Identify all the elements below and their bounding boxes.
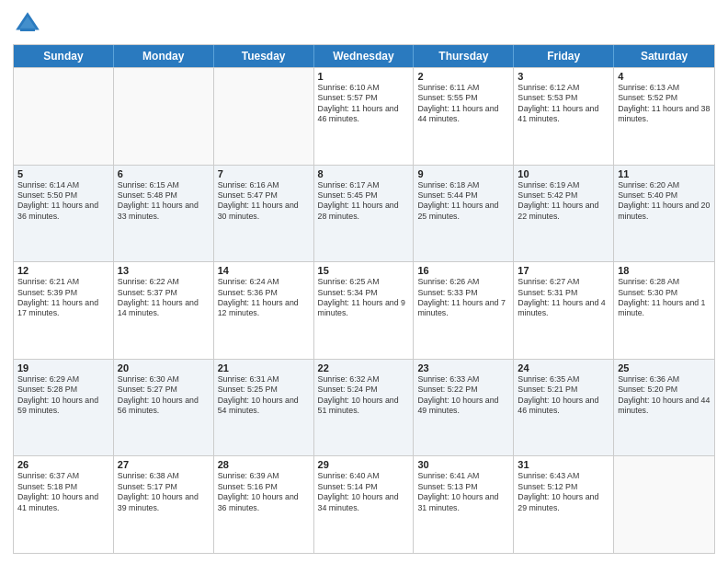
day-info: Sunrise: 6:15 AM Sunset: 5:48 PM Dayligh… (118, 180, 210, 223)
calendar-cell-15: 15Sunrise: 6:25 AM Sunset: 5:34 PM Dayli… (314, 262, 415, 359)
calendar-cell-empty-4-6 (614, 456, 714, 553)
calendar-cell-19: 19Sunrise: 6:29 AM Sunset: 5:28 PM Dayli… (14, 360, 114, 456)
day-number: 31 (518, 459, 609, 470)
day-info: Sunrise: 6:36 AM Sunset: 5:20 PM Dayligh… (618, 374, 711, 417)
calendar-cell-empty-0-2 (214, 68, 314, 165)
calendar-cell-25: 25Sunrise: 6:36 AM Sunset: 5:20 PM Dayli… (614, 360, 714, 456)
day-number: 30 (417, 459, 509, 470)
day-info: Sunrise: 6:27 AM Sunset: 5:31 PM Dayligh… (518, 277, 609, 319)
day-number: 9 (417, 168, 509, 179)
day-number: 13 (118, 265, 210, 276)
day-number: 29 (318, 459, 410, 470)
day-info: Sunrise: 6:24 AM Sunset: 5:36 PM Dayligh… (218, 277, 310, 319)
day-info: Sunrise: 6:30 AM Sunset: 5:27 PM Dayligh… (118, 374, 210, 417)
calendar-cell-29: 29Sunrise: 6:40 AM Sunset: 5:14 PM Dayli… (314, 456, 415, 553)
header (13, 9, 715, 39)
day-number: 26 (17, 459, 109, 470)
day-number: 1 (318, 71, 410, 82)
day-number: 23 (417, 362, 509, 373)
day-info: Sunrise: 6:29 AM Sunset: 5:28 PM Dayligh… (17, 374, 109, 417)
svg-rect-2 (20, 29, 35, 31)
calendar-cell-27: 27Sunrise: 6:38 AM Sunset: 5:17 PM Dayli… (114, 456, 214, 553)
calendar: SundayMondayTuesdayWednesdayThursdayFrid… (13, 44, 715, 554)
day-info: Sunrise: 6:11 AM Sunset: 5:55 PM Dayligh… (417, 83, 509, 125)
day-info: Sunrise: 6:43 AM Sunset: 5:12 PM Dayligh… (518, 471, 609, 513)
day-info: Sunrise: 6:13 AM Sunset: 5:52 PM Dayligh… (618, 83, 711, 125)
calendar-cell-11: 11Sunrise: 6:20 AM Sunset: 5:40 PM Dayli… (614, 166, 714, 262)
calendar-cell-12: 12Sunrise: 6:21 AM Sunset: 5:39 PM Dayli… (14, 262, 114, 359)
day-number: 16 (417, 265, 509, 276)
day-info: Sunrise: 6:37 AM Sunset: 5:18 PM Dayligh… (17, 471, 109, 513)
day-info: Sunrise: 6:39 AM Sunset: 5:16 PM Dayligh… (218, 471, 310, 513)
day-info: Sunrise: 6:22 AM Sunset: 5:37 PM Dayligh… (118, 277, 210, 319)
calendar-cell-7: 7Sunrise: 6:16 AM Sunset: 5:47 PM Daylig… (214, 166, 314, 262)
day-info: Sunrise: 6:12 AM Sunset: 5:53 PM Dayligh… (518, 83, 609, 125)
calendar-cell-23: 23Sunrise: 6:33 AM Sunset: 5:22 PM Dayli… (414, 360, 514, 456)
weekday-header-thursday: Thursday (414, 45, 514, 67)
calendar-cell-5: 5Sunrise: 6:14 AM Sunset: 5:50 PM Daylig… (14, 166, 114, 262)
calendar-cell-21: 21Sunrise: 6:31 AM Sunset: 5:25 PM Dayli… (214, 360, 314, 456)
day-info: Sunrise: 6:40 AM Sunset: 5:14 PM Dayligh… (318, 471, 410, 513)
calendar-cell-empty-0-1 (114, 68, 214, 165)
day-number: 24 (518, 362, 609, 373)
weekday-header-wednesday: Wednesday (314, 45, 415, 67)
day-number: 22 (318, 362, 410, 373)
calendar-row-2: 12Sunrise: 6:21 AM Sunset: 5:39 PM Dayli… (14, 261, 714, 359)
calendar-cell-17: 17Sunrise: 6:27 AM Sunset: 5:31 PM Dayli… (514, 262, 614, 359)
calendar-cell-16: 16Sunrise: 6:26 AM Sunset: 5:33 PM Dayli… (414, 262, 514, 359)
day-number: 11 (618, 168, 711, 179)
day-info: Sunrise: 6:41 AM Sunset: 5:13 PM Dayligh… (417, 471, 509, 513)
calendar-cell-3: 3Sunrise: 6:12 AM Sunset: 5:53 PM Daylig… (514, 68, 614, 165)
calendar-cell-9: 9Sunrise: 6:18 AM Sunset: 5:44 PM Daylig… (414, 166, 514, 262)
calendar-body: 1Sunrise: 6:10 AM Sunset: 5:57 PM Daylig… (14, 67, 714, 553)
day-number: 25 (618, 362, 711, 373)
day-info: Sunrise: 6:20 AM Sunset: 5:40 PM Dayligh… (618, 180, 711, 223)
day-number: 5 (17, 168, 109, 179)
calendar-row-3: 19Sunrise: 6:29 AM Sunset: 5:28 PM Dayli… (14, 359, 714, 456)
day-number: 2 (417, 71, 509, 82)
day-info: Sunrise: 6:17 AM Sunset: 5:45 PM Dayligh… (318, 180, 410, 223)
calendar-cell-14: 14Sunrise: 6:24 AM Sunset: 5:36 PM Dayli… (214, 262, 314, 359)
day-info: Sunrise: 6:21 AM Sunset: 5:39 PM Dayligh… (17, 277, 109, 319)
day-number: 19 (17, 362, 109, 373)
calendar-header: SundayMondayTuesdayWednesdayThursdayFrid… (14, 45, 714, 67)
weekday-header-monday: Monday (114, 45, 214, 67)
calendar-cell-18: 18Sunrise: 6:28 AM Sunset: 5:30 PM Dayli… (614, 262, 714, 359)
calendar-cell-10: 10Sunrise: 6:19 AM Sunset: 5:42 PM Dayli… (514, 166, 614, 262)
weekday-header-friday: Friday (514, 45, 614, 67)
calendar-cell-28: 28Sunrise: 6:39 AM Sunset: 5:16 PM Dayli… (214, 456, 314, 553)
day-number: 21 (218, 362, 310, 373)
day-info: Sunrise: 6:31 AM Sunset: 5:25 PM Dayligh… (218, 374, 310, 417)
day-number: 7 (218, 168, 310, 179)
calendar-row-4: 26Sunrise: 6:37 AM Sunset: 5:18 PM Dayli… (14, 455, 714, 553)
weekday-header-sunday: Sunday (14, 45, 114, 67)
calendar-cell-13: 13Sunrise: 6:22 AM Sunset: 5:37 PM Dayli… (114, 262, 214, 359)
day-info: Sunrise: 6:28 AM Sunset: 5:30 PM Dayligh… (618, 277, 711, 319)
calendar-cell-1: 1Sunrise: 6:10 AM Sunset: 5:57 PM Daylig… (314, 68, 415, 165)
day-number: 20 (118, 362, 210, 373)
day-info: Sunrise: 6:18 AM Sunset: 5:44 PM Dayligh… (417, 180, 509, 223)
day-info: Sunrise: 6:33 AM Sunset: 5:22 PM Dayligh… (417, 374, 509, 417)
calendar-cell-30: 30Sunrise: 6:41 AM Sunset: 5:13 PM Dayli… (414, 456, 514, 553)
day-info: Sunrise: 6:26 AM Sunset: 5:33 PM Dayligh… (417, 277, 509, 319)
day-info: Sunrise: 6:10 AM Sunset: 5:57 PM Dayligh… (318, 83, 410, 125)
day-number: 15 (318, 265, 410, 276)
logo-icon (13, 9, 42, 39)
calendar-cell-2: 2Sunrise: 6:11 AM Sunset: 5:55 PM Daylig… (414, 68, 514, 165)
page: SundayMondayTuesdayWednesdayThursdayFrid… (0, 0, 728, 563)
day-info: Sunrise: 6:38 AM Sunset: 5:17 PM Dayligh… (118, 471, 210, 513)
calendar-row-1: 5Sunrise: 6:14 AM Sunset: 5:50 PM Daylig… (14, 165, 714, 262)
day-number: 8 (318, 168, 410, 179)
calendar-cell-empty-0-0 (14, 68, 114, 165)
day-number: 3 (518, 71, 609, 82)
day-info: Sunrise: 6:35 AM Sunset: 5:21 PM Dayligh… (518, 374, 609, 417)
day-number: 4 (618, 71, 711, 82)
day-number: 10 (518, 168, 609, 179)
calendar-cell-6: 6Sunrise: 6:15 AM Sunset: 5:48 PM Daylig… (114, 166, 214, 262)
calendar-cell-20: 20Sunrise: 6:30 AM Sunset: 5:27 PM Dayli… (114, 360, 214, 456)
calendar-row-0: 1Sunrise: 6:10 AM Sunset: 5:57 PM Daylig… (14, 67, 714, 165)
calendar-cell-4: 4Sunrise: 6:13 AM Sunset: 5:52 PM Daylig… (614, 68, 714, 165)
logo (13, 9, 46, 39)
calendar-cell-8: 8Sunrise: 6:17 AM Sunset: 5:45 PM Daylig… (314, 166, 415, 262)
calendar-cell-24: 24Sunrise: 6:35 AM Sunset: 5:21 PM Dayli… (514, 360, 614, 456)
